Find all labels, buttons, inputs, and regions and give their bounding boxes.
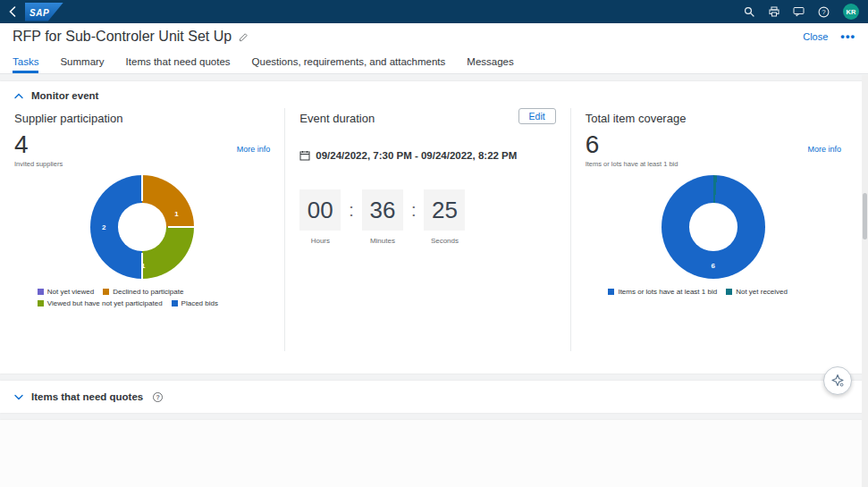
monitor-columns: Supplier participation 4 Invited supplie… <box>0 108 868 360</box>
legend-swatch <box>608 289 614 295</box>
page-title: RFP for Sub-Controler Unit Set Up <box>13 29 232 45</box>
back-button[interactable] <box>9 6 16 17</box>
invited-suppliers-count: 4 <box>14 132 63 157</box>
seconds-label: Seconds <box>431 237 459 245</box>
event-duration-head: Event duration Edit <box>299 108 555 132</box>
coverage-legend: Items or lots have at least 1 bid Not ye… <box>608 288 818 296</box>
supplier-legend: Not yet viewed Declined to participate V… <box>38 288 248 307</box>
colon-separator: : <box>349 189 354 231</box>
coverage-more-info-link[interactable]: More info <box>807 145 841 154</box>
countdown-timer: 00 Hours : 36 Minutes : 25 Seconds <box>299 189 555 245</box>
legend-swatch <box>103 289 109 295</box>
legend-swatch <box>172 300 178 306</box>
hours-label: Hours <box>311 237 330 245</box>
tab-summary[interactable]: Summary <box>60 50 104 73</box>
minutes-label: Minutes <box>370 237 395 245</box>
page-header: RFP for Sub-Controler Unit Set Up Close … <box>0 23 868 50</box>
close-button[interactable]: Close <box>803 31 828 42</box>
event-duration-panel: Event duration Edit 09/24/2022, 7:30 PM … <box>284 108 570 351</box>
tab-messages[interactable]: Messages <box>467 50 513 73</box>
user-avatar[interactable]: KR <box>843 4 859 20</box>
edit-title-icon[interactable] <box>239 32 249 42</box>
legend-item-items-with-bid: Items or lots have at least 1 bid <box>608 288 717 296</box>
minutes-value: 36 <box>362 189 403 231</box>
colon-separator: : <box>411 189 417 231</box>
coverage-count: 6 <box>586 132 678 157</box>
event-duration-range: 09/24/2022, 7:30 PM - 09/24/2022, 8:22 P… <box>299 150 555 161</box>
segment-label-covered: 6 <box>712 261 715 269</box>
total-item-coverage-donut: 6 <box>662 175 765 279</box>
event-duration-title: Event duration <box>299 112 375 125</box>
segment-label-placed: 2 <box>102 223 105 231</box>
legend-swatch <box>38 289 44 295</box>
scrollbar-thumb[interactable] <box>863 193 867 239</box>
total-item-coverage-title: Total item coverage <box>586 112 841 125</box>
tab-bar: Tasks Summary Items that need quotes Que… <box>0 50 868 74</box>
tab-items-need-quotes[interactable]: Items that need quotes <box>126 50 231 73</box>
legend-item-declined: Declined to participate <box>103 288 183 296</box>
copilot-button[interactable] <box>823 366 852 395</box>
legend-item-not-yet-viewed: Not yet viewed <box>38 288 94 296</box>
monitor-event-title: Monitor event <box>31 90 98 101</box>
supplier-participation-panel: Supplier participation 4 Invited supplie… <box>13 108 284 351</box>
sap-logo-text: SAP <box>29 8 49 18</box>
print-icon[interactable] <box>768 6 780 18</box>
coverage-kpi: 6 Items or lots have at least 1 bid More… <box>586 132 841 168</box>
items-need-quotes-header[interactable]: Items that need quotes ? <box>0 391 868 402</box>
svg-text:?: ? <box>822 8 825 16</box>
shell-bar: SAP ? KR <box>0 0 868 23</box>
legend-item-viewed-not-participated: Viewed but have not yet participated <box>38 299 163 307</box>
main-content: Monitor event Supplier participation 4 I… <box>0 74 868 487</box>
copilot-icon <box>830 374 845 388</box>
sap-logo[interactable]: SAP <box>25 3 63 21</box>
search-icon[interactable] <box>743 6 754 18</box>
supplier-donut-hole <box>118 203 165 250</box>
legend-swatch <box>726 289 732 295</box>
minutes-unit: 36 Minutes <box>362 189 403 245</box>
hours-value: 00 <box>299 189 341 231</box>
items-need-quotes-title: Items that need quotes <box>31 391 143 402</box>
monitor-event-section: Monitor event Supplier participation 4 I… <box>0 81 868 374</box>
calendar-icon <box>299 150 310 161</box>
monitor-event-header[interactable]: Monitor event <box>0 81 868 108</box>
vertical-scrollbar[interactable] <box>862 75 868 487</box>
coverage-donut-hole <box>689 203 737 250</box>
supplier-kpi: 4 Invited suppliers More info <box>14 132 270 168</box>
supplier-participation-donut: 1 1 2 <box>90 175 194 279</box>
total-item-coverage-panel: Total item coverage 6 Items or lots have… <box>571 108 855 351</box>
legend-item-placed-bids: Placed bids <box>172 299 218 307</box>
feedback-icon[interactable] <box>793 6 805 18</box>
page-header-actions: Close ••• <box>803 31 855 42</box>
tab-questions-requirements-attachments[interactable]: Questions, requirements, and attachments <box>252 50 446 73</box>
shell-actions: ? KR <box>743 4 859 20</box>
overflow-menu-icon[interactable]: ••• <box>840 32 855 41</box>
segment-label-viewed: 1 <box>141 261 145 269</box>
legend-swatch <box>38 300 44 306</box>
segment-label-declined: 1 <box>174 209 178 217</box>
help-icon[interactable]: ? <box>818 6 830 18</box>
legend-item-not-yet-received: Not yet received <box>726 288 788 296</box>
empty-content-area <box>0 420 868 487</box>
seconds-value: 25 <box>424 189 465 231</box>
supplier-more-info-link[interactable]: More info <box>237 145 271 154</box>
hours-unit: 00 Hours <box>299 189 341 245</box>
coverage-count-label: Items or lots have at least 1 bid <box>586 160 678 168</box>
seconds-unit: 25 Seconds <box>424 189 465 245</box>
section-help-icon[interactable]: ? <box>153 392 163 402</box>
edit-duration-button[interactable]: Edit <box>518 108 556 124</box>
invited-suppliers-label: Invited suppliers <box>14 160 63 168</box>
chevron-down-icon[interactable] <box>14 394 23 400</box>
items-need-quotes-section: Items that need quotes ? <box>0 381 868 413</box>
tab-tasks[interactable]: Tasks <box>13 50 38 73</box>
chevron-up-icon[interactable] <box>14 93 23 99</box>
supplier-participation-title: Supplier participation <box>14 112 270 125</box>
event-duration-dates: 09/24/2022, 7:30 PM - 09/24/2022, 8:22 P… <box>316 150 517 161</box>
